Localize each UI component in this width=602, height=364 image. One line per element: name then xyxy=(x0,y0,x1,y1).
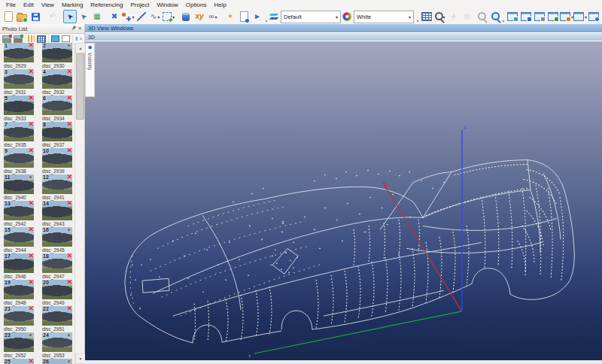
menu-item-marking[interactable]: Marking xyxy=(58,1,87,9)
menu-item-file[interactable]: File xyxy=(2,1,20,9)
open-project-icon[interactable] xyxy=(15,10,29,23)
view3d-viewport[interactable]: 3 Y z ✹ Visibility xyxy=(85,41,602,360)
add-photos-icon[interactable] xyxy=(2,35,11,44)
background-color-combo[interactable]: White▾ xyxy=(354,11,414,23)
photo-thumbnail[interactable]: 9✕ xyxy=(4,148,34,168)
menu-item-view[interactable]: View xyxy=(38,1,58,9)
zoom-region-icon[interactable] xyxy=(488,10,501,23)
scrollbar-thumb[interactable] xyxy=(76,53,84,120)
photo-list-item[interactable]: 18✕disc_2947 xyxy=(42,253,72,280)
photo-thumbnail[interactable]: 12✕ xyxy=(42,174,72,194)
photo-list-item[interactable]: 24disc_2953 xyxy=(42,332,72,359)
photo-list-item[interactable]: 2disc_2930 xyxy=(42,43,72,69)
photo-list-item[interactable]: 15✕disc_2944 xyxy=(4,227,34,253)
process-icon[interactable]: ✶ xyxy=(223,10,237,23)
select-icon[interactable]: ➤ xyxy=(63,10,77,23)
open-photo-windows-icon[interactable] xyxy=(506,10,519,23)
photo-list-item[interactable]: 16disc_2945 xyxy=(42,227,72,253)
filter-photos-icon[interactable] xyxy=(28,35,35,44)
photo-list-scrollbar[interactable]: ▲ ▼ xyxy=(74,43,84,364)
small-thumbnails-icon[interactable] xyxy=(62,35,70,44)
menu-item-help[interactable]: Help xyxy=(210,1,230,9)
toolbar-overflow-icon[interactable]: » xyxy=(79,38,84,41)
photo-thumbnail[interactable]: 6✕ xyxy=(42,96,72,115)
photo-list-item[interactable]: 21✕disc_2950 xyxy=(4,306,34,332)
menu-item-options[interactable]: Options xyxy=(182,1,211,9)
photo-thumbnail[interactable]: 16 xyxy=(42,227,72,247)
photo-list-item[interactable]: 9✕disc_2938 xyxy=(4,148,34,174)
table-window-icon[interactable] xyxy=(546,10,560,23)
photo-list-item[interactable]: 25✕ xyxy=(4,359,34,364)
photo-thumbnail[interactable]: 23 xyxy=(4,332,34,352)
zoom-out-icon[interactable] xyxy=(474,10,488,23)
photo-thumbnail[interactable]: 5✕ xyxy=(4,96,34,115)
project-status-icon[interactable] xyxy=(237,10,251,23)
photo-thumbnail[interactable]: 14✕ xyxy=(42,201,72,220)
magnify-icon[interactable]: ▾ xyxy=(433,10,447,23)
menu-item-project[interactable]: Project xyxy=(126,1,153,9)
import-photos-icon[interactable] xyxy=(14,35,23,44)
view3d-tab-bar[interactable]: 3D xyxy=(85,33,602,41)
xy-marking-icon[interactable]: xy xyxy=(193,10,206,23)
photo-thumbnail[interactable]: 2 xyxy=(42,43,72,62)
project-window-icon[interactable] xyxy=(533,10,546,23)
close-icon[interactable]: ✕ xyxy=(78,26,82,32)
photo-thumbnail[interactable]: 25✕ xyxy=(4,359,34,364)
point-table-icon[interactable] xyxy=(179,10,193,23)
layer-combo[interactable]: Default▾ xyxy=(281,11,341,23)
menu-item-referencing[interactable]: Referencing xyxy=(87,1,126,9)
photo-thumbnail[interactable]: 8✕ xyxy=(42,122,72,141)
photo-list-item[interactable]: 17✕disc_2946 xyxy=(4,253,34,280)
photo-list-item[interactable]: 6✕disc_2934 xyxy=(42,96,72,122)
photo-list-item[interactable]: 10✕disc_2939 xyxy=(42,148,72,174)
zoom-to-fit-icon[interactable]: ◎ xyxy=(461,10,474,23)
photo-list-item[interactable]: 7✕disc_2935 xyxy=(4,122,34,148)
photo-list-item[interactable]: 14✕disc_2943 xyxy=(42,201,72,227)
run-script-icon[interactable]: ► xyxy=(251,10,264,23)
photo-list-item[interactable]: 22✕disc_2951 xyxy=(42,306,72,332)
photo-list-item[interactable]: 13✕disc_2942 xyxy=(4,201,34,227)
scroll-up-icon[interactable]: ▲ xyxy=(75,43,86,53)
table-layout-icon[interactable] xyxy=(420,10,433,23)
reference-mode-icon[interactable]: ∞▾ xyxy=(206,10,220,23)
new-project-icon[interactable] xyxy=(2,10,15,23)
photo-thumbnail[interactable]: 19✕ xyxy=(4,280,34,299)
photo-list-item[interactable]: 20✕disc_2949 xyxy=(42,280,72,306)
photo-thumbnail[interactable]: 3✕ xyxy=(4,69,34,89)
photo-thumbnail[interactable]: 13✕ xyxy=(4,201,34,220)
large-thumbnails-icon[interactable] xyxy=(51,35,59,44)
view3d-window-titlebar[interactable]: 3D View Windows xyxy=(85,24,602,33)
tile-windows-icon[interactable] xyxy=(587,10,600,23)
photo-thumbnail[interactable]: 7✕ xyxy=(4,122,34,141)
photo-table-icon[interactable] xyxy=(37,35,46,44)
photo-list-item[interactable]: 5✕disc_2933 xyxy=(4,96,34,122)
visibility-tab[interactable]: ✹ Visibility xyxy=(85,43,95,97)
new-window-icon[interactable]: ▾ xyxy=(573,10,587,23)
photo-list-item[interactable]: 3✕disc_2931 xyxy=(4,69,34,96)
photo-thumbnail[interactable]: 17✕ xyxy=(4,253,34,273)
photo-list-item[interactable]: 1✕disc_2929 xyxy=(4,43,34,69)
photo-list-item[interactable]: 8✕disc_2937 xyxy=(42,122,72,148)
photo-thumbnail[interactable]: 21✕ xyxy=(4,306,34,326)
photo-list-item[interactable]: 23disc_2952 xyxy=(4,332,34,359)
photo-thumbnail[interactable]: 4✕ xyxy=(42,69,72,89)
photo-list-item[interactable]: 11disc_2940 xyxy=(4,174,34,201)
save-project-icon[interactable] xyxy=(29,10,42,23)
add-line-icon[interactable] xyxy=(135,10,148,23)
photo-thumbnail[interactable]: 15✕ xyxy=(4,227,34,247)
photo-pairs-icon[interactable]: ‖ xyxy=(75,35,78,44)
photo-thumbnail[interactable]: 1✕ xyxy=(4,43,34,62)
photo-list-item[interactable]: 26 xyxy=(42,359,72,364)
close-windows-icon[interactable]: ▾ xyxy=(560,10,573,23)
photo-thumbnail[interactable]: 22✕ xyxy=(42,306,72,326)
region-select-icon[interactable]: ▾ xyxy=(162,10,175,23)
photo-list-item[interactable]: 12✕disc_2941 xyxy=(42,174,72,201)
photo-thumbnail[interactable]: 10✕ xyxy=(42,148,72,168)
photo-list-item[interactable]: 4✕disc_2932 xyxy=(42,69,72,96)
menu-item-edit[interactable]: Edit xyxy=(20,1,38,9)
photo-list-item[interactable]: 19✕disc_2948 xyxy=(4,280,34,306)
photo-thumbnail[interactable]: 26 xyxy=(42,359,72,364)
menu-item-window[interactable]: Window xyxy=(153,1,181,9)
add-point-icon[interactable]: ▾ xyxy=(121,10,135,23)
photo-thumbnail[interactable]: 11 xyxy=(4,174,34,194)
